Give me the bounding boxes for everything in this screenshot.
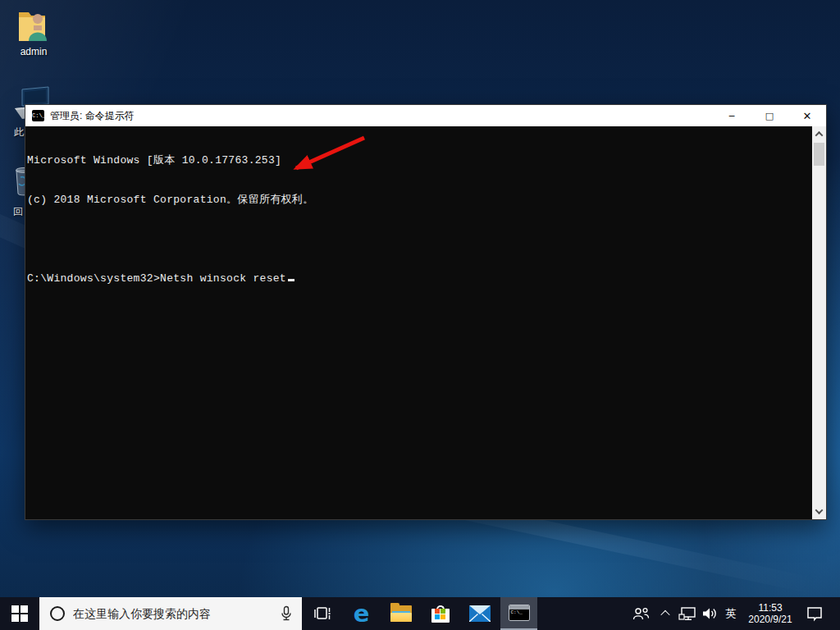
text-cursor	[288, 279, 294, 281]
volume-icon	[701, 605, 719, 622]
desktop-icon-recycle-bin-label: 回	[13, 205, 23, 219]
cmd-titlebar[interactable]: C:\_ 管理员: 命令提示符 ─ □ ✕	[25, 105, 826, 126]
file-explorer-button[interactable]	[382, 597, 419, 630]
scroll-down-button[interactable]	[812, 504, 826, 518]
file-explorer-icon	[390, 605, 412, 622]
taskbar-search-box[interactable]	[39, 597, 302, 630]
store-icon	[431, 605, 450, 623]
mail-icon	[469, 605, 491, 622]
minimize-button[interactable]: ─	[713, 105, 751, 126]
action-center-icon	[805, 605, 824, 623]
cmd-taskbar-button[interactable]: C:\_	[500, 597, 537, 630]
action-center-button[interactable]	[799, 597, 830, 630]
clock[interactable]: 11:53 2020/9/21	[742, 597, 799, 630]
network-icon	[678, 605, 696, 622]
console-line: (c) 2018 Microsoft Corporation。保留所有权利。	[27, 194, 812, 207]
console-line: Microsoft Windows [版本 10.0.17763.253]	[27, 154, 812, 167]
scrollbar-thumb[interactable]	[814, 143, 824, 166]
window-title: 管理员: 命令提示符	[50, 109, 713, 123]
microphone-icon[interactable]	[279, 605, 294, 622]
clock-date: 2020/9/21	[748, 614, 792, 625]
store-button[interactable]	[422, 597, 459, 630]
console-command: C:\Windows\system32>Netsh winsock reset	[27, 272, 286, 285]
hidden-icons-button[interactable]	[655, 597, 676, 630]
desktop-icon-admin[interactable]: admin	[8, 7, 59, 57]
windows-logo-icon	[11, 605, 28, 622]
start-button[interactable]	[0, 597, 39, 630]
chevron-up-icon	[660, 610, 669, 619]
maximize-button[interactable]: □	[751, 105, 788, 126]
search-input[interactable]	[73, 607, 279, 620]
console-line	[27, 233, 812, 246]
people-icon	[631, 605, 651, 623]
console-scrollbar[interactable]	[812, 126, 826, 519]
edge-icon: e	[354, 602, 370, 625]
scroll-up-button[interactable]	[812, 127, 826, 141]
cmd-taskbar-icon: C:\_	[509, 605, 530, 621]
cmd-window: C:\_ 管理员: 命令提示符 ─ □ ✕ Microsoft Windows …	[25, 104, 827, 520]
cortana-icon	[50, 606, 65, 621]
console-text[interactable]: Microsoft Windows [版本 10.0.17763.253] (c…	[25, 126, 812, 519]
people-button[interactable]	[627, 597, 655, 630]
user-folder-icon	[17, 7, 50, 44]
console-area[interactable]: Microsoft Windows [版本 10.0.17763.253] (c…	[25, 126, 826, 519]
network-button[interactable]	[676, 597, 698, 630]
task-view-icon	[313, 604, 332, 623]
cmd-app-icon: C:\_	[32, 110, 44, 121]
taskbar: e	[0, 597, 840, 630]
clock-time: 11:53	[758, 602, 782, 614]
desktop: admin 此 回 C:\_ 管理员: 命令提示符 ─ □ ✕ Microsof…	[0, 0, 840, 630]
task-view-button[interactable]	[304, 597, 340, 630]
console-prompt-line: C:\Windows\system32>Netsh winsock reset	[27, 272, 812, 285]
mail-button[interactable]	[461, 597, 498, 630]
desktop-icon-this-pc-label: 此	[14, 126, 24, 139]
language-indicator[interactable]: 英	[720, 597, 742, 630]
desktop-icon-label: admin	[21, 46, 48, 57]
close-button[interactable]: ✕	[788, 105, 826, 126]
edge-button[interactable]: e	[343, 597, 380, 630]
volume-button[interactable]	[698, 597, 720, 630]
